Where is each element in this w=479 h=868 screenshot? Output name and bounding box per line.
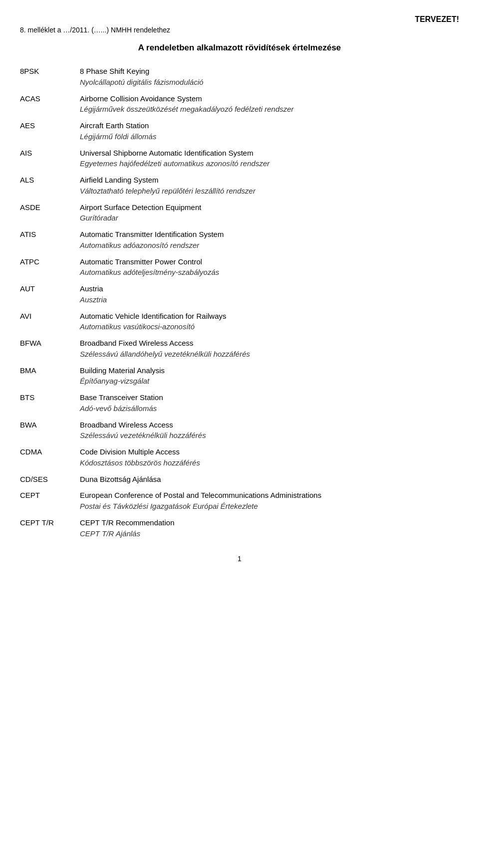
definition-main: 8 Phase Shift Keying [80,66,456,77]
table-row: BWABroadband Wireless AccessSzélessávú v… [20,419,459,442]
definition-main: Automatic Transmitter Power Control [80,256,456,267]
definition-cell: Broadband Wireless AccessSzélessávú veze… [80,419,459,442]
abbreviation-cell: CDMA [20,445,80,469]
abbreviation-cell: ALS [20,174,80,198]
spacer-row [20,198,459,201]
table-row: CD/SESDuna Bizottság Ajánlása [20,473,459,486]
definition-main: Universal Shipborne Automatic Identifica… [80,148,456,159]
definition-sub: Egyetemes hajófedélzeti automatikus azon… [80,158,456,169]
abbreviation-cell: BFWA [20,337,80,361]
definition-sub: Szélessávú állandóhelyű vezetéknélküli h… [80,349,456,360]
spacer-row [20,442,459,445]
page-title: A rendeletben alkalmazott rövidítések ér… [20,43,459,53]
table-row: CEPT T/RCEPT T/R RecommendationCEPT T/R … [20,516,459,540]
definition-cell: Automatic Vehicle Identification for Rai… [80,310,459,334]
definition-cell: Automatic Transmitter Power ControlAutom… [80,255,459,279]
spacer-row [20,306,459,310]
spacer-row [20,252,459,255]
spacer-row [20,415,459,419]
definition-cell: Airborne Collision Avoidance SystemLégij… [80,92,459,116]
abbreviation-cell: AUT [20,282,80,306]
definition-cell: Building Material AnalysisÉpítőanyag-viz… [80,364,459,388]
table-row: ACASAirborne Collision Avoidance SystemL… [20,92,459,116]
abbreviation-cell: BTS [20,391,80,415]
abbreviation-cell: AIS [20,147,80,171]
abbreviation-cell: ATPC [20,255,80,279]
definition-main: European Conference of Postal and Teleco… [80,490,456,501]
definition-sub: Légijármű földi állomás [80,131,456,142]
table-row: ASDEAirport Surface Detection EquipmentG… [20,201,459,225]
definition-cell: 8 Phase Shift KeyingNyolcállapotú digitá… [80,65,459,89]
spacer-row [20,116,459,119]
table-row: BFWABroadband Fixed Wireless AccessSzéle… [20,337,459,361]
definition-main: Building Material Analysis [80,365,456,376]
spacer-row [20,485,459,489]
definition-cell: European Conference of Postal and Teleco… [80,489,459,513]
abbreviation-cell: AVI [20,310,80,334]
table-row: BTSBase Transceiver StationAdó-vevő bázi… [20,391,459,415]
definition-cell: Aircraft Earth StationLégijármű földi ál… [80,119,459,143]
definition-main: Airfield Landing System [80,175,456,186]
definition-cell: Universal Shipborne Automatic Identifica… [80,147,459,171]
definition-sub: Automatikus vasútikocsi-azonosító [80,321,456,332]
definition-cell: Automatic Transmitter Identification Sys… [80,228,459,252]
abbreviation-cell: CD/SES [20,473,80,486]
definition-main: Austria [80,283,456,294]
definition-cell: AustriaAusztria [80,282,459,306]
abbreviation-cell: BMA [20,364,80,388]
definition-cell: CEPT T/R RecommendationCEPT T/R Ajánlás [80,516,459,540]
definition-sub: Szélessávú vezetéknélküli hozzáférés [80,430,456,441]
table-row: CEPTEuropean Conference of Postal and Te… [20,489,459,513]
definition-cell: Code Division Multiple AccessKódosztásos… [80,445,459,469]
definition-sub: Építőanyag-vizsgálat [80,376,456,387]
spacer-row [20,513,459,516]
definition-sub: Ausztria [80,294,456,305]
table-row: ATISAutomatic Transmitter Identification… [20,228,459,252]
definition-sub: CEPT T/R Ajánlás [80,528,456,539]
table-row: AVIAutomatic Vehicle Identification for … [20,310,459,334]
spacer-row [20,224,459,228]
definition-main: Code Division Multiple Access [80,446,456,457]
definition-main: Automatic Vehicle Identification for Rai… [80,311,456,322]
table-row: AUTAustriaAusztria [20,282,459,306]
definition-sub: Adó-vevő bázisállomás [80,403,456,414]
definition-sub: Nyolcállapotú digitális fázismoduláció [80,77,456,88]
definition-main: Broadband Wireless Access [80,420,456,431]
definition-cell: Base Transceiver StationAdó-vevő bázisál… [80,391,459,415]
definition-main: CEPT T/R Recommendation [80,517,456,528]
spacer-row [20,143,459,147]
table-row: BMABuilding Material AnalysisÉpítőanyag-… [20,364,459,388]
definition-sub: Gurítóradar [80,213,456,223]
doc-ref: 8. melléklet a …/2011. (…...) NMHH rende… [20,26,459,34]
abbreviation-cell: CEPT T/R [20,516,80,540]
draft-label: TERVEZET! [20,15,459,24]
table-row: ATPCAutomatic Transmitter Power ControlA… [20,255,459,279]
definition-main: Airport Surface Detection Equipment [80,202,456,213]
page-number: 1 [20,555,459,563]
spacer-row [20,388,459,391]
table-row: AISUniversal Shipborne Automatic Identif… [20,147,459,171]
definition-cell: Airfield Landing SystemVáltoztatható tel… [80,174,459,198]
spacer-row [20,333,459,337]
abbreviation-cell: ASDE [20,201,80,225]
definition-main: Duna Bizottság Ajánlása [80,474,456,485]
abbreviation-cell: ACAS [20,92,80,116]
abbreviation-cell: 8PSK [20,65,80,89]
definition-sub: Változtatható telephelyű repülőtéri lesz… [80,186,456,197]
definition-main: Broadband Fixed Wireless Access [80,338,456,349]
definition-sub: Automatikus adóteljesítmény-szabályozás [80,267,456,278]
abbreviation-cell: AES [20,119,80,143]
spacer-row [20,279,459,282]
table-row: CDMACode Division Multiple AccessKódoszt… [20,445,459,469]
definition-sub: Kódosztásos többszörös hozzáférés [80,457,456,468]
abbreviation-cell: ATIS [20,228,80,252]
definition-cell: Airport Surface Detection EquipmentGurít… [80,201,459,225]
definition-cell: Broadband Fixed Wireless AccessSzélessáv… [80,337,459,361]
table-row: 8PSK8 Phase Shift KeyingNyolcállapotú di… [20,65,459,89]
definition-cell: Duna Bizottság Ajánlása [80,473,459,486]
spacer-row [20,469,459,473]
spacer-row [20,361,459,364]
table-row: AESAircraft Earth StationLégijármű földi… [20,119,459,143]
definition-main: Base Transceiver Station [80,392,456,403]
abbreviation-cell: BWA [20,419,80,442]
